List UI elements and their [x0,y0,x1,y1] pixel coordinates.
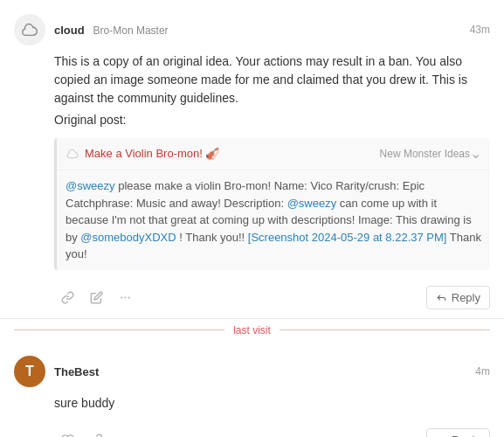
post-text-1b: Original post: [54,111,490,129]
last-visit-label: last visit [224,324,280,336]
post-meta-1: cloud Bro-Mon Master [54,23,470,37]
more-button-1[interactable] [112,287,139,309]
post-body-2: sure buddy [54,394,490,413]
screenshot-link[interactable]: [Screenshot 2024-05-29 at 8.22.37 PM] [248,231,447,244]
link-button-2[interactable] [83,429,110,438]
post-role-1: Bro-Mon Master [93,24,169,37]
reply-button-2[interactable]: Reply [426,428,490,438]
mention-sweezy-1[interactable]: @sweezy [66,179,115,192]
more-button-2[interactable] [112,429,139,438]
mention-somebodyxdxd[interactable]: @somebodyXDXD [80,231,176,244]
post-1: cloud Bro-Mon Master 43m This is a copy … [0,0,504,319]
post-author-1: cloud [54,24,85,37]
more-icon-2 [119,434,132,438]
heart-icon-2 [61,434,74,438]
last-visit-line-left [14,329,224,330]
reply-label-2: Reply [452,434,480,438]
post-meta-2: TheBest [54,364,475,378]
avatar-cloud [14,14,45,45]
edit-button-1[interactable] [83,287,110,309]
post-header-1: cloud Bro-Mon Master 43m [14,14,490,45]
post-actions-1: Reply [54,279,490,318]
post-actions-2: Reply [54,421,490,438]
reply-button-1[interactable]: Reply [426,286,490,309]
post-time-2: 4m [475,365,490,378]
link-button-1[interactable] [54,287,81,309]
link-icon-2 [90,434,103,438]
last-visit-line-right [280,329,490,330]
quoted-title[interactable]: Make a Violin Bro-mon! 🎻 [85,145,375,163]
post-time-1: 43m [470,24,490,36]
avatar-thebest-1: T [14,356,45,387]
quoted-body: @sweezy please make a violin Bro-mon! Na… [57,170,490,270]
quoted-cloud-icon [66,147,79,161]
svg-point-0 [121,296,122,298]
post-text-1a: This is a copy of an original idea. Your… [54,52,490,108]
mention-sweezy-2[interactable]: @sweezy [287,197,337,210]
edit-icon-1 [90,291,103,304]
link-icon-1 [61,291,74,304]
quoted-post-1: Make a Violin Bro-mon! 🎻 New Monster Ide… [54,138,490,270]
post-author-2: TheBest [54,365,99,378]
post-body-1: This is a copy of an original idea. Your… [54,52,490,270]
quoted-header: Make a Violin Bro-mon! 🎻 New Monster Ide… [57,138,490,170]
post-header-2: T TheBest 4m [14,356,490,387]
svg-point-2 [128,296,130,298]
reply-label-1: Reply [452,291,480,304]
svg-point-1 [125,296,127,298]
post-text-2: sure buddy [54,394,490,413]
quoted-subtitle: New Monster Ideas [380,146,470,162]
like-button-2[interactable] [54,429,81,438]
more-icon-1 [119,291,132,304]
reply-icon-2 [436,434,447,438]
post-2: T TheBest 4m sure buddy [0,342,504,438]
quoted-expand-icon[interactable]: ⌄ [470,143,481,164]
last-visit-divider: last visit [14,319,490,342]
reply-icon-1 [436,292,447,303]
quoted-text-3: ! Thank you!! [179,231,248,244]
